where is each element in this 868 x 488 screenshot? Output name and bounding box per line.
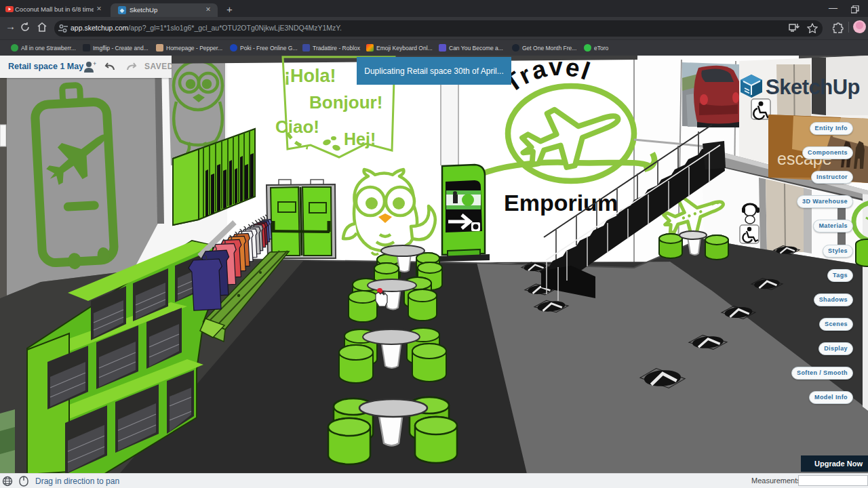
svg-text:¡Hola!: ¡Hola! <box>284 66 336 86</box>
svg-text:Ciao!: Ciao! <box>275 117 319 137</box>
svg-text:Emporium: Emporium <box>504 190 618 216</box>
svg-text:+: + <box>93 60 96 67</box>
svg-text:Bonjour!: Bonjour! <box>309 92 382 113</box>
svg-text:Hej!: Hej! <box>344 129 376 148</box>
svg-text:SketchUp: SketchUp <box>766 75 860 99</box>
